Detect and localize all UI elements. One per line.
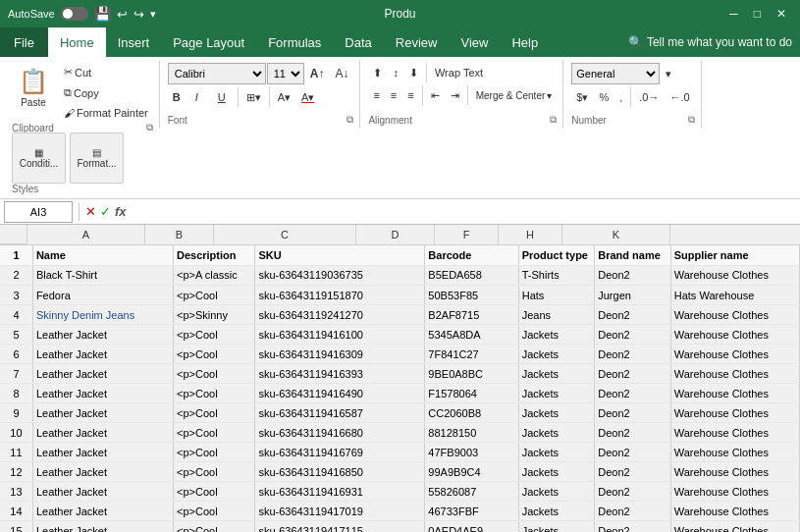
cell-name[interactable]: Leather Jacket	[32, 423, 173, 443]
cell-supplier-name[interactable]: Warehouse Clothes	[670, 403, 799, 423]
cell-supplier-name[interactable]: Warehouse Clothes	[670, 443, 799, 462]
cancel-formula-icon[interactable]: ✕	[85, 204, 96, 219]
format-painter-button[interactable]: 🖌 Format Painter	[59, 104, 153, 122]
cell-sku[interactable]: sku-63643119416850	[255, 462, 425, 482]
cell-sku[interactable]: sku-63643119416769	[255, 443, 425, 462]
menu-file[interactable]: File	[0, 27, 48, 57]
cell-barcode[interactable]: 5345A8DA	[425, 325, 518, 345]
cell-brand-name[interactable]: Deon2	[595, 521, 671, 533]
cell-description[interactable]: <p>Cool	[173, 403, 254, 423]
cell-product-type[interactable]: Jackets	[518, 345, 595, 364]
underline-button[interactable]: U	[213, 88, 235, 106]
cell-barcode[interactable]: 50B53F85	[425, 286, 518, 305]
cell-brand-name[interactable]: Deon2	[595, 325, 671, 345]
autosave-toggle[interactable]	[61, 7, 88, 21]
col-header-A[interactable]: A	[27, 225, 145, 244]
decrease-indent-btn[interactable]: ⇤	[426, 86, 445, 105]
cell-description[interactable]: <p>Cool	[173, 502, 254, 521]
cell-product-type[interactable]: Jackets	[518, 325, 595, 345]
cell-product-type[interactable]: Jackets	[518, 423, 595, 443]
cell-sku[interactable]: sku-63643119416309	[255, 345, 425, 364]
cell-sku[interactable]: sku-63643119151870	[255, 286, 425, 305]
cell-name[interactable]: Fedora	[32, 286, 173, 305]
cell-product-type[interactable]: Jackets	[518, 462, 595, 482]
comma-btn[interactable]: ,	[614, 88, 627, 106]
decrease-font-btn[interactable]: A↓	[330, 64, 353, 83]
number-expand-icon[interactable]: ⧉	[688, 114, 695, 126]
cell-sku[interactable]: sku-63643119416393	[255, 364, 425, 384]
cell-name[interactable]: Skinny Denim Jeans	[32, 305, 173, 325]
cell-brand-name[interactable]: Deon2	[595, 364, 671, 384]
cell-description[interactable]: <p>Cool	[173, 384, 254, 403]
cell-name[interactable]: Leather Jacket	[32, 345, 173, 364]
header-supplier-name[interactable]: Supplier name	[670, 245, 799, 265]
cell-product-type[interactable]: Jackets	[518, 384, 595, 403]
cell-description[interactable]: <p>Cool	[173, 286, 254, 305]
cell-supplier-name[interactable]: Warehouse Clothes	[670, 462, 799, 482]
redo-icon[interactable]: ↪	[133, 7, 144, 22]
align-center-btn[interactable]: ≡	[386, 86, 401, 104]
cell-product-type[interactable]: Jackets	[518, 443, 595, 462]
col-header-C[interactable]: C	[214, 225, 356, 244]
header-sku[interactable]: SKU	[255, 245, 425, 265]
cell-sku[interactable]: sku-63643119036735	[255, 266, 425, 286]
menu-review[interactable]: Review	[384, 27, 450, 57]
cell-name[interactable]: Leather Jacket	[32, 482, 173, 502]
cell-name[interactable]: Leather Jacket	[32, 462, 173, 482]
header-name[interactable]: Name	[32, 245, 173, 265]
percent-btn[interactable]: %	[594, 88, 613, 106]
cell-supplier-name[interactable]: Warehouse Clothes	[670, 305, 799, 325]
cell-brand-name[interactable]: Deon2	[595, 403, 671, 423]
cell-name[interactable]: Leather Jacket	[32, 443, 173, 462]
cell-sku[interactable]: sku-63643119417019	[255, 502, 425, 521]
format-as-table-btn[interactable]: ▤ Format...	[70, 133, 124, 184]
maximize-btn[interactable]: □	[748, 7, 767, 21]
increase-indent-btn[interactable]: ⇥	[446, 86, 464, 105]
cell-barcode[interactable]: 46733FBF	[425, 502, 518, 521]
merge-center-button[interactable]: Merge & Center▾	[471, 87, 558, 104]
alignment-expand-icon[interactable]: ⧉	[550, 114, 557, 126]
cell-product-type[interactable]: Jackets	[518, 502, 595, 521]
menu-insert[interactable]: Insert	[106, 27, 162, 57]
cell-barcode[interactable]: F1578064	[425, 384, 518, 403]
menu-help[interactable]: Help	[500, 27, 550, 57]
cell-barcode[interactable]: 0AED4AE9	[425, 521, 518, 533]
cell-sku[interactable]: sku-63643119416490	[255, 384, 425, 403]
cell-sku[interactable]: sku-63643119416587	[255, 403, 425, 423]
cell-name[interactable]: Leather Jacket	[32, 325, 173, 345]
cell-supplier-name[interactable]: Warehouse Clothes	[670, 384, 799, 403]
cell-product-type[interactable]: Jackets	[518, 403, 595, 423]
col-header-H[interactable]: H	[499, 225, 562, 244]
cell-description[interactable]: <p>Cool	[173, 364, 254, 384]
borders-button[interactable]: ⊞▾	[241, 88, 266, 107]
cell-description[interactable]: <p>Skinny	[173, 305, 254, 325]
align-left-btn[interactable]: ≡	[368, 86, 384, 104]
currency-btn[interactable]: $▾	[571, 88, 593, 107]
cell-brand-name[interactable]: Deon2	[595, 502, 671, 521]
col-header-D[interactable]: D	[356, 225, 435, 244]
cell-description[interactable]: <p>Cool	[173, 462, 254, 482]
cell-description[interactable]: <p>Cool	[173, 482, 254, 502]
header-brand-name[interactable]: Brand name	[595, 245, 671, 265]
cell-name[interactable]: Leather Jacket	[32, 364, 173, 384]
cell-product-type[interactable]: Hats	[518, 286, 595, 305]
bold-button[interactable]: B	[168, 88, 189, 106]
cell-supplier-name[interactable]: Warehouse Clothes	[670, 364, 799, 384]
cell-supplier-name[interactable]: Warehouse Clothes	[670, 345, 799, 364]
cell-barcode[interactable]: B5EDA658	[425, 266, 518, 286]
menu-home[interactable]: Home	[48, 27, 106, 57]
cell-barcode[interactable]: 7F841C27	[425, 345, 518, 364]
cell-reference-input[interactable]	[4, 201, 73, 223]
cell-barcode[interactable]: 55826087	[425, 482, 518, 502]
cell-supplier-name[interactable]: Warehouse Clothes	[670, 423, 799, 443]
cell-barcode[interactable]: 99A9B9C4	[425, 462, 518, 482]
align-top-btn[interactable]: ⬆	[368, 64, 387, 82]
close-btn[interactable]: ✕	[771, 7, 792, 21]
cell-brand-name[interactable]: Deon2	[595, 266, 671, 286]
decimal-dec-btn[interactable]: ←.0	[665, 88, 694, 106]
cell-barcode[interactable]: B2AF8715	[425, 305, 518, 325]
undo-icon[interactable]: ↩	[117, 7, 128, 22]
cell-barcode[interactable]: 88128150	[425, 423, 518, 443]
font-size-select[interactable]: 11	[267, 63, 304, 84]
cell-supplier-name[interactable]: Warehouse Clothes	[670, 502, 799, 521]
